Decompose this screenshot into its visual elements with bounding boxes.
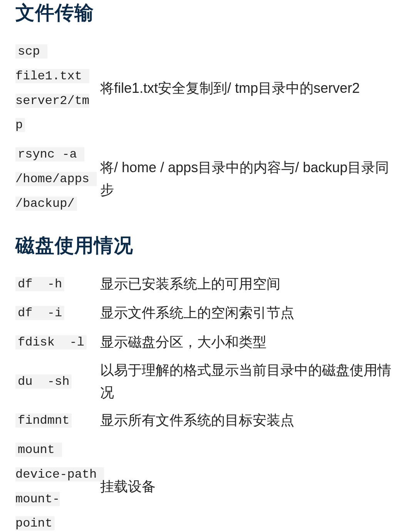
section-heading-disk-usage: 磁盘使用情况 <box>15 233 401 258</box>
command-description: 将/ home / apps目录中的内容与/ backup目录同步 <box>100 139 401 218</box>
disk-usage-table: df -h 显示已安装系统上的可用空间 df -i 显示文件系统上的空闲索引节点… <box>15 269 401 532</box>
table-row: df -i 显示文件系统上的空闲索引节点 <box>15 298 401 327</box>
command-cell: mount device-path mount-point <box>15 435 100 532</box>
table-row: findmnt 显示所有文件系统的目标安装点 <box>15 406 401 435</box>
command-cell: scp file1.txt server2/tmp <box>15 37 100 139</box>
command-description: 挂载设备 <box>100 435 401 532</box>
command-description: 显示所有文件系统的目标安装点 <box>100 406 401 435</box>
command-cell: df -i <box>15 298 100 327</box>
table-row: du -sh 以易于理解的格式显示当前目录中的磁盘使用情况 <box>15 357 401 406</box>
table-row: rsync -a /home/apps /backup/ 将/ home / a… <box>15 139 401 218</box>
table-row: fdisk -l 显示磁盘分区，大小和类型 <box>15 327 401 357</box>
command-code: du -sh <box>15 374 72 389</box>
command-description: 以易于理解的格式显示当前目录中的磁盘使用情况 <box>100 357 401 406</box>
command-cell: fdisk -l <box>15 327 100 357</box>
table-row: mount device-path mount-point 挂载设备 <box>15 435 401 532</box>
table-row: df -h 显示已安装系统上的可用空间 <box>15 269 401 299</box>
command-code: fdisk -l <box>15 335 87 349</box>
file-transfer-table: scp file1.txt server2/tmp 将file1.txt安全复制… <box>15 37 401 218</box>
command-description: 显示文件系统上的空闲索引节点 <box>100 298 401 327</box>
command-description: 显示已安装系统上的可用空间 <box>100 269 401 299</box>
command-cell: df -h <box>15 269 100 299</box>
command-code: scp file1.txt server2/tmp <box>15 44 89 132</box>
command-cell: du -sh <box>15 357 100 406</box>
section-heading-file-transfer: 文件传输 <box>15 0 401 26</box>
command-code: rsync -a /home/apps /backup/ <box>15 147 97 211</box>
command-cell: findmnt <box>15 406 100 435</box>
table-row: scp file1.txt server2/tmp 将file1.txt安全复制… <box>15 37 401 139</box>
command-code: findmnt <box>15 413 72 428</box>
command-code: df -i <box>15 306 64 320</box>
command-description: 显示磁盘分区，大小和类型 <box>100 327 401 357</box>
command-code: df -h <box>15 277 64 291</box>
command-cell: rsync -a /home/apps /backup/ <box>15 139 100 218</box>
command-description: 将file1.txt安全复制到/ tmp目录中的server2 <box>100 37 401 139</box>
command-code: mount device-path mount-point <box>15 443 104 530</box>
